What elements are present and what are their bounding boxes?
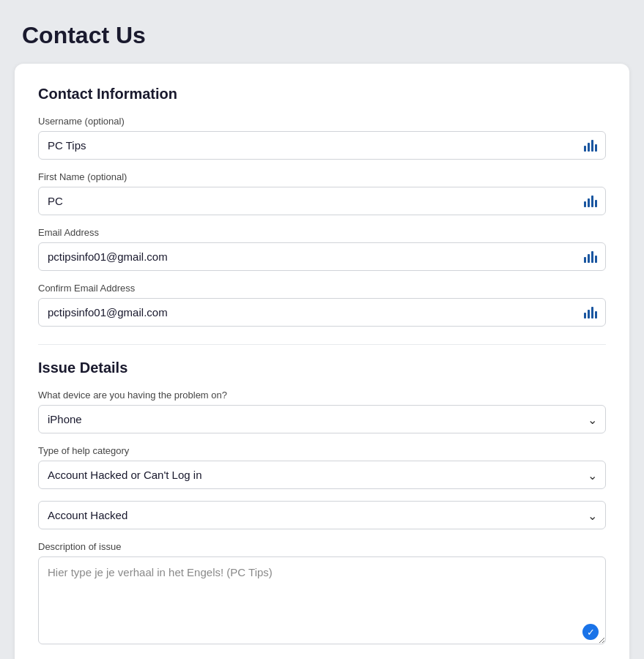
issue-section-title: Issue Details (38, 360, 606, 376)
email-input-wrapper (38, 242, 606, 271)
description-textarea[interactable] (38, 556, 606, 644)
description-textarea-wrapper: ✓ (38, 556, 606, 647)
device-label: What device are you having the problem o… (38, 390, 606, 401)
help-subcategory-select-wrapper: Account Hacked Can't Log In Password Res… (38, 501, 606, 529)
page-title: Contact Us (15, 22, 629, 49)
firstname-label: First Name (optional) (38, 171, 606, 182)
username-input-wrapper (38, 131, 606, 160)
firstname-input[interactable] (38, 187, 606, 215)
help-subcategory-select[interactable]: Account Hacked Can't Log In Password Res… (38, 501, 606, 529)
firstname-input-wrapper (38, 187, 606, 215)
confirm-email-label: Confirm Email Address (38, 283, 606, 294)
email-field-group: Email Address (38, 227, 606, 271)
confirm-email-input[interactable] (38, 298, 606, 327)
username-label: Username (optional) (38, 116, 606, 127)
help-category-select[interactable]: Account Hacked or Can't Log in Billing I… (38, 461, 606, 489)
page-container: Contact Us Contact Information Username … (15, 22, 629, 659)
device-select[interactable]: iPhone Android PC Mac Tablet Other (38, 405, 606, 433)
contact-section-title: Contact Information (38, 86, 606, 103)
username-input[interactable] (38, 131, 606, 160)
description-label: Description of issue (38, 541, 606, 552)
confirm-email-field-group: Confirm Email Address (38, 283, 606, 327)
description-check-icon: ✓ (582, 624, 599, 640)
email-input[interactable] (38, 242, 606, 271)
help-category-label: Type of help category (38, 445, 606, 456)
section-divider (38, 344, 606, 345)
device-field-group: What device are you having the problem o… (38, 390, 606, 433)
form-card: Contact Information Username (optional) … (15, 64, 629, 659)
help-category-field-group: Type of help category Account Hacked or … (38, 445, 606, 489)
device-select-wrapper: iPhone Android PC Mac Tablet Other ⌄ (38, 405, 606, 433)
help-subcategory-field-group: Account Hacked Can't Log In Password Res… (38, 501, 606, 529)
help-category-select-wrapper: Account Hacked or Can't Log in Billing I… (38, 461, 606, 489)
firstname-field-group: First Name (optional) (38, 171, 606, 215)
description-field-group: Description of issue ✓ (38, 541, 606, 647)
username-field-group: Username (optional) (38, 116, 606, 160)
confirm-email-input-wrapper (38, 298, 606, 327)
email-label: Email Address (38, 227, 606, 238)
